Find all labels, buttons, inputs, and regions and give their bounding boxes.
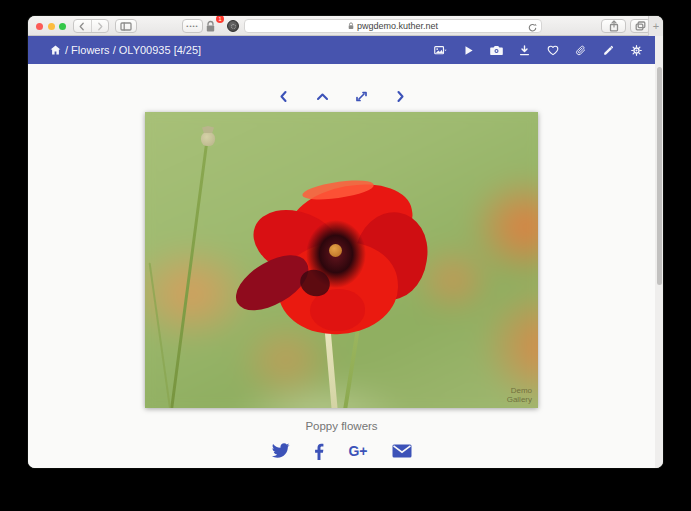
camera-icon: [490, 45, 503, 56]
chevron-right-icon: [96, 22, 104, 31]
attachment-button[interactable]: [574, 45, 587, 56]
scrollbar-track[interactable]: [655, 36, 663, 468]
fullscreen-button[interactable]: [355, 90, 368, 103]
facebook-icon: [314, 442, 324, 460]
browser-window: •••• 1 pwgdemo.kuther.net: [28, 16, 663, 468]
edit-button[interactable]: [602, 45, 615, 56]
red-poppy-flower: [250, 184, 435, 339]
photo-sizes-icon: [434, 45, 447, 56]
browser-titlebar: •••• 1 pwgdemo.kuther.net: [28, 16, 663, 36]
poppy-seed-pod: [201, 132, 215, 146]
up-to-album-button[interactable]: [316, 90, 329, 103]
reload-icon: [528, 23, 537, 32]
sidebar-icon: [120, 22, 132, 31]
share-email-button[interactable]: [392, 444, 412, 458]
paperclip-icon: [575, 45, 586, 56]
window-controls: [36, 23, 66, 30]
share-twitter-button[interactable]: [271, 443, 290, 459]
slideshow-button[interactable]: [462, 45, 475, 56]
forward-button[interactable]: [91, 20, 109, 32]
watermark-line1: Demo: [507, 386, 532, 395]
googleplus-icon: G+: [348, 443, 367, 459]
share-facebook-button[interactable]: [314, 442, 324, 460]
poppy-seed-pod-crown: [202, 126, 214, 133]
watermark-line2: Gallery: [507, 395, 532, 404]
scrollbar-thumb[interactable]: [657, 67, 662, 285]
url-text: pwgdemo.kuther.net: [357, 21, 438, 31]
https-lock-icon: [348, 22, 354, 30]
toolbar-actions: [434, 45, 643, 56]
heart-icon: [547, 45, 559, 56]
flower-pistil: [329, 244, 342, 257]
chevron-left-icon: [78, 22, 86, 31]
pencil-icon: [603, 45, 614, 56]
gear-icon: [631, 45, 642, 56]
twitter-icon: [271, 443, 290, 459]
play-icon: [464, 45, 474, 56]
envelope-icon: [392, 444, 412, 458]
next-photo-button[interactable]: [394, 90, 407, 103]
close-window-button[interactable]: [36, 23, 43, 30]
history-nav-group: [73, 19, 109, 33]
extensions-overflow-label: ••••: [186, 23, 198, 29]
address-bar[interactable]: pwgdemo.kuther.net: [244, 19, 542, 33]
photo-caption: Poppy flowers: [28, 420, 655, 432]
piwigo-toolbar: / Flowers / OLY00935 [4/25]: [28, 36, 655, 64]
share-row: G+: [28, 442, 655, 460]
download-icon: [519, 45, 530, 56]
chevron-right-icon: [395, 90, 406, 103]
share-googleplus-button[interactable]: G+: [348, 443, 367, 459]
screenshot-stage: •••• 1 pwgdemo.kuther.net: [0, 0, 691, 511]
breadcrumb-text: / Flowers / OLY00935 [4/25]: [65, 44, 201, 56]
minimize-window-button[interactable]: [48, 23, 55, 30]
lock-icon: [205, 20, 216, 33]
main-photo[interactable]: Demo Gallery: [145, 112, 538, 408]
page-content: Demo Gallery Poppy flowers G+: [28, 64, 655, 468]
fullscreen-window-button[interactable]: [59, 23, 66, 30]
previous-photo-button[interactable]: [277, 90, 290, 103]
extension-badge: 1: [216, 16, 224, 23]
photo-watermark: Demo Gallery: [507, 386, 532, 404]
share-icon: [609, 20, 619, 32]
share-button[interactable]: [601, 19, 626, 33]
new-tab-label: +: [653, 20, 659, 32]
new-tab-button[interactable]: +: [648, 16, 663, 36]
photo-nav-row: [28, 90, 655, 103]
adblock-extension-button[interactable]: [227, 20, 239, 32]
chevron-up-icon: [316, 92, 329, 101]
expand-diagonal-icon: [355, 90, 368, 103]
lock-extension-button[interactable]: 1: [205, 19, 220, 33]
sidebar-toggle-button[interactable]: [115, 19, 137, 33]
photo-sizes-button[interactable]: [434, 45, 447, 56]
favorite-button[interactable]: [546, 45, 559, 56]
breadcrumb[interactable]: / Flowers / OLY00935 [4/25]: [50, 44, 201, 56]
tabs-icon: [635, 21, 646, 31]
download-button[interactable]: [518, 45, 531, 56]
home-icon: [50, 45, 61, 55]
metadata-button[interactable]: [490, 45, 503, 56]
chevron-left-icon: [278, 90, 289, 103]
extensions-overflow-button[interactable]: ••••: [182, 19, 203, 33]
back-button[interactable]: [74, 20, 91, 32]
settings-button[interactable]: [630, 45, 643, 56]
reload-button[interactable]: [528, 23, 537, 34]
